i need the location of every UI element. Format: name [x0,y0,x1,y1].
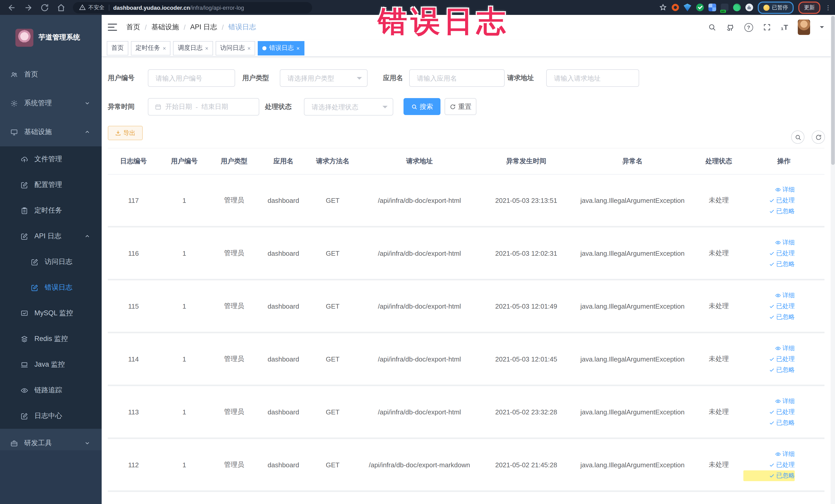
request-url-field[interactable] [546,69,639,87]
breadcrumb-item[interactable]: 基础设施 [151,23,179,32]
tag-home[interactable]: 首页 [107,41,128,55]
user-avatar[interactable] [798,20,810,35]
app-name-field[interactable] [409,69,505,87]
fullscreen-icon[interactable] [762,23,771,31]
sidebar-item-log-center[interactable]: 日志中心 [0,403,102,429]
detail-link[interactable]: 详细 [744,343,795,354]
home-icon[interactable] [57,3,66,12]
breadcrumb-item[interactable]: 首页 [126,23,140,32]
ignored-link[interactable]: 已忽略 [744,470,795,481]
sidebar-item-config[interactable]: 配置管理 [0,172,102,198]
processed-link[interactable]: 已处理 [744,248,795,259]
extension-icon[interactable] [720,4,728,11]
update-button[interactable]: 更新 [798,1,820,14]
close-icon[interactable] [297,45,300,51]
app-name-input[interactable] [416,74,498,82]
check-icon [769,356,775,362]
sidebar-item-home[interactable]: 首页 [0,60,102,89]
cell-app: dashboard [259,227,308,280]
user-id-input[interactable] [155,74,228,82]
status-input[interactable] [311,102,387,111]
extension-icon[interactable] [696,4,704,11]
close-icon[interactable] [163,45,166,51]
address-bar[interactable]: 不安全 dashboard.yudao.iocoder.cn/infra/log… [73,2,312,13]
ignored-link[interactable]: 已忽略 [744,364,795,375]
cell-exception: java.lang.IllegalArgumentException [571,438,694,491]
extensions-puzzle-icon[interactable] [745,4,753,11]
bookmark-star-icon[interactable] [659,4,667,11]
search-icon[interactable] [708,23,716,31]
tag-job[interactable]: 定时任务 [131,41,171,55]
ignored-link[interactable]: 已忽略 [744,259,795,269]
sidebar-item-java[interactable]: Java 监控 [0,352,102,378]
sidebar-item-redis[interactable]: Redis 监控 [0,326,102,352]
avatar-caret-icon[interactable] [820,26,824,30]
ignored-link[interactable]: 已忽略 [744,311,795,322]
detail-link[interactable]: 详细 [744,290,795,301]
extension-icon[interactable] [684,4,691,11]
tag-error-log[interactable]: 错误日志 [258,41,304,55]
paused-badge[interactable]: 已暂停 [757,1,794,14]
breadcrumb-item[interactable]: API 日志 [190,23,217,32]
date-range-picker[interactable]: 开始日期 - 结束日期 [148,98,259,116]
check-icon [769,198,775,203]
forward-icon[interactable] [24,3,33,12]
start-date-placeholder[interactable]: 开始日期 [165,102,192,112]
request-url-input[interactable] [553,74,632,82]
refresh-table-button[interactable] [812,130,825,144]
extension-icon[interactable] [671,4,679,11]
detail-link[interactable]: 详细 [744,184,795,195]
detail-link[interactable]: 详细 [744,237,795,248]
user-type-input[interactable] [286,74,361,82]
sidebar-item-label: 日志中心 [34,411,62,421]
help-icon[interactable] [744,23,753,32]
reload-icon[interactable] [40,3,49,12]
user-type-select[interactable] [280,69,368,87]
detail-link[interactable]: 详细 [744,448,795,459]
sidebar-item-error-log[interactable]: 错误日志 [0,275,102,300]
sidebar-collapse-icon[interactable] [108,24,117,31]
processed-link[interactable]: 已处理 [744,195,795,206]
status-select[interactable] [304,98,393,116]
sidebar-item-infra[interactable]: 基础设施 [0,118,102,146]
end-date-placeholder[interactable]: 结束日期 [202,102,228,112]
reset-button[interactable]: 重置 [445,98,476,115]
processed-link[interactable]: 已处理 [744,354,795,364]
tag-label: 错误日志 [269,44,294,53]
font-size-icon[interactable] [780,24,788,31]
sidebar-item-trace[interactable]: 链路追踪 [0,378,102,403]
ignored-link[interactable]: 已忽略 [744,417,795,428]
sidebar-item-system[interactable]: 系统管理 [0,89,102,118]
github-icon[interactable] [726,23,734,32]
sidebar-item-file[interactable]: 文件管理 [0,146,102,172]
search-button[interactable]: 搜索 [404,98,441,115]
tag-job-log[interactable]: 调度日志 [173,41,213,55]
cell-time: 2021-05-03 12:02:31 [482,227,571,280]
tag-access-log[interactable]: 访问日志 [216,41,256,55]
sidebar-item-job[interactable]: 定时任务 [0,198,102,223]
sidebar-item-mysql[interactable]: MySQL 监控 [0,300,102,326]
sidebar-item-api-log[interactable]: API 日志 [0,223,102,249]
ignored-link[interactable]: 已忽略 [744,206,795,217]
processed-link[interactable]: 已处理 [744,406,795,417]
close-icon[interactable] [205,45,208,51]
edit-icon [31,284,39,291]
user-id-field[interactable] [148,69,235,87]
check-icon [769,367,775,372]
sidebar-item-access-log[interactable]: 访问日志 [0,249,102,275]
processed-link[interactable]: 已处理 [744,459,795,470]
back-icon[interactable] [7,3,16,12]
action-label: 详细 [782,449,795,458]
scrollbar-thumb[interactable] [831,16,835,165]
browser-menu-icon[interactable] [825,4,831,11]
toggle-search-button[interactable] [791,130,805,144]
extension-icon[interactable] [708,4,716,11]
processed-link[interactable]: 已处理 [744,301,795,311]
cell-app: dashboard [259,385,308,438]
detail-link[interactable]: 详细 [744,396,795,406]
cell-url: /api/infra/db-doc/export-markdown [357,438,482,491]
export-button[interactable]: 导出 [108,126,143,140]
sidebar-logo[interactable]: 芋道管理系统 [0,15,102,60]
close-icon[interactable] [247,45,251,51]
extension-icon[interactable] [733,4,740,11]
